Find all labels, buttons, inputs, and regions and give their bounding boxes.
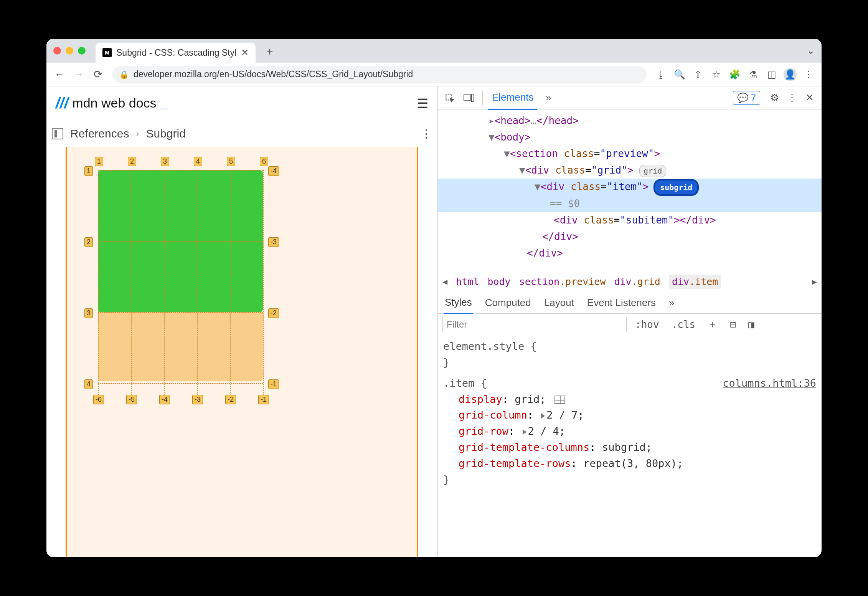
dom-node: ▼<section class="preview">	[438, 146, 822, 162]
expand-icon[interactable]	[541, 413, 545, 419]
breadcrumb-left-icon[interactable]: ◀	[442, 277, 447, 286]
grid-overlay: 1 2 3 4 5 6 1 2 3 4 -4 -3 -2	[98, 170, 263, 393]
new-style-rule-icon[interactable]: ＋	[704, 318, 721, 331]
styles-filter-input[interactable]: Filter	[442, 317, 627, 332]
expand-icon[interactable]	[523, 429, 526, 435]
grid-label: -3	[192, 395, 203, 404]
split-view: /// mdn web docs _ ☰ References › Subgri…	[46, 86, 822, 557]
css-prop[interactable]: grid-template-rows	[459, 457, 571, 469]
css-prop[interactable]: display	[459, 393, 502, 405]
toolbar-actions: ⭳ 🔍 ⇧ ☆ 🧩 ⚗ ◫ 👤 ⋮	[653, 66, 817, 83]
rule-source-link[interactable]: columns.html:36	[723, 375, 816, 391]
breadcrumb-right-icon[interactable]: ▶	[812, 277, 817, 286]
gear-icon[interactable]: ⚙	[766, 90, 782, 106]
css-prop[interactable]: grid-template-columns	[459, 441, 589, 453]
grid-label: 2	[128, 157, 136, 166]
dom-node: ▼<body>	[438, 129, 822, 146]
rule-close: }	[443, 473, 449, 485]
maximize-window-button[interactable]	[78, 47, 86, 55]
styles-tab-styles[interactable]: Styles	[444, 292, 473, 314]
mdn-logo[interactable]: /// mdn web docs _	[56, 94, 168, 112]
grid-label: -1	[258, 395, 269, 404]
css-prop[interactable]: grid-row	[459, 425, 508, 437]
styles-tab-computed[interactable]: Computed	[484, 292, 532, 313]
browser-tab[interactable]: M Subgrid - CSS: Cascading Styl ✕	[96, 43, 256, 63]
devtools-menu-icon[interactable]: ⋮	[784, 90, 800, 106]
inspect-element-icon[interactable]	[442, 90, 458, 106]
css-val[interactable]: repeat(3, 80px);	[583, 457, 683, 469]
issues-badge[interactable]: 💬 7	[733, 91, 760, 105]
chrome-menu-icon[interactable]: ⋮	[800, 66, 817, 83]
styles-tabbar: Styles Computed Layout Event Listeners »	[438, 292, 822, 314]
rendering-pane-icon[interactable]: ◨	[744, 319, 758, 330]
sidepanel-icon[interactable]: ◫	[763, 66, 780, 83]
chevron-right-icon: ›	[136, 128, 139, 139]
filter-placeholder: Filter	[447, 319, 467, 330]
devtools-tabs-overflow-icon[interactable]: »	[540, 90, 556, 106]
dom-breadcrumb: ◀ html body section.preview div.grid div…	[438, 271, 822, 292]
device-toolbar-icon[interactable]	[461, 90, 477, 106]
css-val[interactable]: 2 / 4;	[528, 425, 566, 437]
crumb-selected[interactable]: div.item	[669, 275, 721, 289]
breadcrumb-root[interactable]: References	[70, 127, 129, 140]
crumb[interactable]: div.grid	[614, 276, 660, 287]
reload-button[interactable]: ⟳	[89, 66, 106, 83]
grid-label: 3	[84, 308, 93, 318]
profile-avatar[interactable]: 👤	[782, 66, 799, 83]
minimize-window-button[interactable]	[66, 47, 73, 55]
rule-close: }	[443, 356, 449, 368]
crumb[interactable]: section.preview	[519, 276, 606, 287]
dom-tree[interactable]: ▸<head>…</head> ▼<body> ▼<section class=…	[438, 109, 822, 271]
labs-icon[interactable]: ⚗	[745, 66, 762, 83]
breadcrumb-bar: References › Subgrid ⋮	[46, 120, 437, 147]
dom-selection-indicator: == $0	[438, 195, 822, 212]
devtools-pane: Elements » 💬 7 ⚙ ⋮ ✕ ▸<head>…</head> ▼<b…	[438, 86, 822, 557]
favicon-icon: M	[102, 48, 112, 57]
styles-rules[interactable]: element.style { } .item { columns.html:3…	[438, 335, 822, 557]
install-icon[interactable]: ⭳	[653, 66, 670, 83]
crumb[interactable]: html	[456, 276, 479, 287]
element-style-selector: element.style {	[443, 340, 537, 352]
grid-glyph-icon[interactable]	[554, 396, 565, 404]
grid-label: -1	[268, 379, 279, 389]
zoom-icon[interactable]: 🔍	[671, 66, 688, 83]
close-tab-icon[interactable]: ✕	[241, 47, 249, 58]
dom-node-selected: ▼<div class="item"> subgrid	[438, 179, 822, 195]
grid-label: -5	[126, 395, 137, 404]
css-prop[interactable]: grid-column	[459, 409, 527, 421]
close-devtools-icon[interactable]: ✕	[802, 90, 818, 106]
new-tab-button[interactable]: +	[266, 45, 273, 58]
css-val[interactable]: grid;	[515, 393, 546, 405]
address-bar[interactable]: 🔒 developer.mozilla.org/en-US/docs/Web/C…	[112, 66, 647, 83]
sidebar-toggle-icon[interactable]	[52, 128, 63, 139]
menu-icon[interactable]: ☰	[417, 96, 428, 111]
computed-sidebar-icon[interactable]: ⊟	[726, 319, 740, 330]
breadcrumb-more-icon[interactable]: ⋮	[421, 127, 432, 140]
bookmark-icon[interactable]: ☆	[708, 66, 725, 83]
tab-list-dropdown-icon[interactable]: ⌄	[807, 45, 815, 56]
styles-tabs-overflow-icon[interactable]: »	[668, 292, 675, 313]
url-text: developer.mozilla.org/en-US/docs/Web/CSS…	[134, 69, 413, 79]
css-val[interactable]: 2 / 7;	[546, 409, 584, 421]
styles-tab-eventlisteners[interactable]: Event Listeners	[586, 292, 657, 313]
css-val[interactable]: subgrid;	[602, 441, 652, 453]
cls-toggle[interactable]: .cls	[668, 319, 700, 330]
tab-title: Subgrid - CSS: Cascading Styl	[116, 48, 236, 58]
forward-button[interactable]: →	[70, 66, 87, 83]
hov-toggle[interactable]: :hov	[631, 319, 663, 330]
crumb[interactable]: body	[487, 276, 510, 287]
grid-label: 4	[84, 379, 93, 389]
extensions-icon[interactable]: 🧩	[726, 66, 743, 83]
share-icon[interactable]: ⇧	[690, 66, 706, 83]
devtools-tab-elements[interactable]: Elements	[488, 86, 537, 110]
close-window-button[interactable]	[53, 47, 61, 55]
devtools-tabbar: Elements » 💬 7 ⚙ ⋮ ✕	[438, 86, 822, 109]
grid-badge[interactable]: grid	[639, 165, 666, 177]
breadcrumb-current: Subgrid	[146, 127, 185, 140]
mdn-header: /// mdn web docs _ ☰	[46, 86, 437, 120]
subgrid-badge[interactable]: subgrid	[655, 180, 698, 195]
styles-tab-layout[interactable]: Layout	[543, 292, 575, 313]
grid-label: 2	[84, 237, 93, 247]
page-content: 1 2 3 4 5 6 1 2 3 4 -4 -3 -2	[46, 147, 437, 557]
back-button[interactable]: ←	[51, 66, 68, 83]
